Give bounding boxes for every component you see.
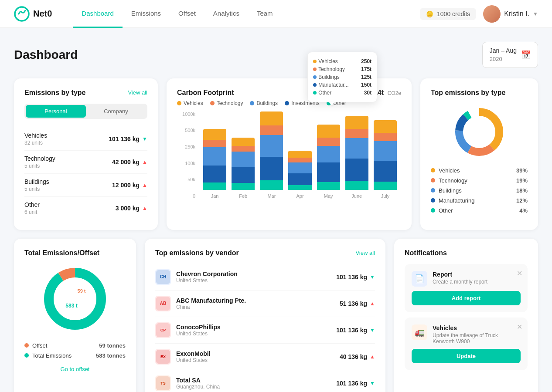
- svg-text:TS: TS: [160, 381, 166, 385]
- navbar: Net0 Dashboard Emissions Offset Analytic…: [0, 0, 552, 28]
- offset-donut-chart: 59 t 583 t: [40, 264, 110, 334]
- emissions-by-type-card: Emissions by type View all Personal Comp…: [14, 78, 158, 230]
- credits-badge: 🪙 1000 credits: [420, 8, 476, 20]
- svg-text:CH: CH: [160, 274, 166, 279]
- notif-title: Notifications: [405, 249, 447, 257]
- offset-donut-container: 59 t 583 t: [24, 264, 126, 335]
- type-legend-buildings: Buildings 18%: [431, 187, 528, 194]
- emission-technology: Technology 5 units 42 000 kg ▲: [24, 151, 147, 174]
- trend-up-icon: ▲: [142, 205, 147, 211]
- nav-links: Dashboard Emissions Offset Analytics Tea…: [73, 0, 420, 28]
- top-type-title: Top emissions by type: [431, 89, 505, 97]
- vendor-logo-totalsa: TS: [155, 375, 171, 391]
- legend-technology: Technology: [210, 100, 243, 106]
- top-type-header: Top emissions by type: [431, 89, 528, 97]
- trend-up-icon: ▲: [142, 182, 147, 188]
- vendor-exxon[interactable]: EX ExxonMobil United States 40 136 kg ▲: [155, 344, 375, 370]
- vendor-abc[interactable]: AB ABC Manufacturing Pte. China 51 136 k…: [155, 291, 375, 317]
- emissions-card-title: Emissions by type: [24, 89, 86, 97]
- type-legend: Vehicles 39% Technology 19% Buildings 18…: [431, 167, 528, 214]
- vendor-logo-abc: AB: [155, 296, 171, 311]
- bottom-grid: Total Emissions/Offset 59 t: [14, 239, 538, 392]
- toggle-company[interactable]: Company: [86, 105, 146, 118]
- nav-right: 🪙 1000 credits Kristin I. ▼: [420, 5, 538, 23]
- vendor-trend-down-icon: ▼: [370, 327, 375, 333]
- vendor-totalsa[interactable]: TS Total SA Guangzhou, China 101 136 kg …: [155, 370, 375, 392]
- logo-icon: [14, 6, 30, 22]
- vendor-view-all[interactable]: View all: [355, 250, 375, 256]
- notifications-card: Notifications ✕ 📄 Report Create a monthl…: [394, 239, 538, 392]
- donut-chart-container: [431, 104, 528, 160]
- type-legend-technology: Technology 19%: [431, 177, 528, 184]
- carbon-footprint-card: Carbon Footprint 2,412,314t CO2e Vehicle…: [167, 78, 412, 230]
- update-vehicle-button[interactable]: Update: [412, 349, 521, 363]
- offset-legend-total: Total Emissions 583 tonnes: [24, 351, 126, 361]
- vendor-conoco[interactable]: CP ConocoPhillips United States 101 136 …: [155, 317, 375, 344]
- goto-offset-link[interactable]: Go to offset: [24, 366, 126, 372]
- bar-june[interactable]: June: [345, 116, 368, 199]
- offset-header: Total Emissions/Offset: [24, 249, 126, 257]
- report-icon: 📄: [412, 271, 427, 287]
- bar-mar[interactable]: Mar: [260, 112, 283, 199]
- emissions-card-header: Emissions by type View all: [24, 89, 147, 97]
- date-picker[interactable]: Jan – Aug 2020 📅: [482, 42, 538, 68]
- svg-text:AB: AB: [160, 301, 166, 306]
- svg-point-0: [15, 7, 29, 21]
- bar-jan[interactable]: Jan: [203, 129, 226, 199]
- chart-bars: Jan Feb: [199, 112, 401, 207]
- offset-inner: 59 t 583 t: [40, 264, 110, 335]
- username: Kristin I.: [504, 10, 529, 18]
- type-legend-vehicles: Vehicles 39%: [431, 167, 528, 174]
- svg-text:583 t: 583 t: [65, 303, 77, 309]
- vendor-trend-down-icon: ▼: [370, 380, 375, 386]
- page-title: Dashboard: [14, 48, 78, 62]
- total-emissions-card: Total Emissions/Offset 59 t: [14, 239, 136, 392]
- emissions-view-all[interactable]: View all: [128, 89, 147, 96]
- vendor-title: Top emissions by vendor: [155, 249, 239, 257]
- emission-buildings: Buildings 5 units 12 000 kg ▲: [24, 174, 147, 197]
- notif-vehicle: ✕ 🚛 Vehicles Update the mileage of Truck…: [405, 318, 528, 370]
- vendor-trend-up-icon: ▲: [370, 301, 375, 307]
- type-legend-manufacturing: Manufacturing 12%: [431, 197, 528, 204]
- bar-apr[interactable]: Apr: [288, 151, 311, 199]
- vehicle-icon: 🚛: [412, 324, 427, 340]
- offset-title: Total Emissions/Offset: [24, 249, 99, 257]
- vendor-list: CH Chevron Corporation United States 101…: [155, 264, 375, 392]
- nav-analytics[interactable]: Analytics: [204, 0, 248, 28]
- trend-down-icon: ▼: [142, 136, 147, 142]
- top-emissions-by-type-card: Top emissions by type: [420, 78, 538, 230]
- nav-team[interactable]: Team: [248, 0, 282, 28]
- svg-text:CP: CP: [160, 328, 166, 332]
- y-axis: 1000k 500k 250k 100k 50k 0: [177, 112, 199, 207]
- toggle-personal[interactable]: Personal: [26, 105, 86, 118]
- notif-close-report[interactable]: ✕: [517, 269, 522, 277]
- notif-close-vehicle[interactable]: ✕: [517, 323, 522, 331]
- offset-legend-offset: Offset 59 tonnes: [24, 341, 126, 351]
- top-vendors-card: Top emissions by vendor View all CH Chev…: [145, 239, 385, 392]
- vendor-trend-down-icon: ▼: [370, 274, 375, 280]
- credits-icon: 🪙: [426, 10, 433, 17]
- legend-vehicles: Vehicles: [177, 100, 203, 106]
- svg-point-9: [55, 278, 95, 319]
- trend-up-icon: ▲: [142, 159, 147, 165]
- svg-text:59 t: 59 t: [78, 288, 86, 294]
- logo[interactable]: Net0: [14, 6, 52, 22]
- chevron-down-icon: ▼: [533, 11, 538, 17]
- donut-chart: [451, 104, 508, 160]
- nav-emissions[interactable]: Emissions: [123, 0, 170, 28]
- notif-report: ✕ 📄 Report Create a monthly report Add r…: [405, 264, 528, 312]
- carbon-title: Carbon Footprint: [177, 89, 234, 97]
- legend-buildings: Buildings: [250, 100, 278, 106]
- carbon-unit: CO2e: [388, 90, 401, 96]
- calendar-icon: 📅: [521, 50, 531, 60]
- vendor-chevron[interactable]: CH Chevron Corporation United States 101…: [155, 264, 375, 291]
- bar-feb[interactable]: Feb: [232, 138, 255, 199]
- bar-may[interactable]: May Vehicles250t Technology175t Building…: [317, 125, 340, 199]
- user-menu[interactable]: Kristin I. ▼: [483, 5, 538, 23]
- nav-offset[interactable]: Offset: [170, 0, 204, 28]
- avatar: [483, 5, 501, 23]
- bar-july[interactable]: July: [374, 120, 397, 199]
- nav-dashboard[interactable]: Dashboard: [73, 0, 122, 28]
- add-report-button[interactable]: Add report: [412, 291, 521, 305]
- emission-other: Other 6 unit 3 000 kg ▲: [24, 197, 147, 220]
